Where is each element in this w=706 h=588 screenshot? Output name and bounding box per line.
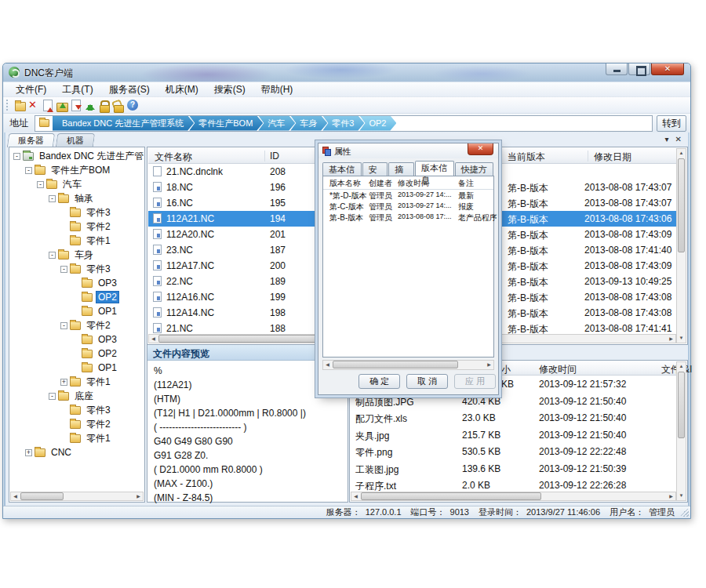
tree-item[interactable]: CNC bbox=[10, 445, 144, 459]
tree-item[interactable]: OP2 bbox=[10, 347, 144, 361]
tree-item[interactable]: 零件2 bbox=[10, 318, 144, 332]
checkin-folder-icon[interactable] bbox=[55, 99, 69, 112]
scrollbar-thumb[interactable] bbox=[333, 361, 458, 368]
attachment-row[interactable]: 子程序.txt 2.0 KB 2013-09-12 22:26:28 bbox=[351, 477, 676, 492]
menu-item[interactable]: 文件(F) bbox=[8, 82, 54, 97]
dialog-horizontal-scrollbar[interactable]: ◀ ▶ bbox=[322, 360, 494, 370]
tree-item[interactable]: OP3 bbox=[10, 276, 144, 290]
breadcrumb-segment[interactable]: 零件3 bbox=[322, 116, 364, 131]
tree-item[interactable]: 零件2 bbox=[10, 220, 144, 234]
dialog-tab[interactable]: 快捷方式 bbox=[455, 162, 494, 176]
expand-toggle-icon[interactable] bbox=[49, 393, 56, 400]
dialog-button[interactable]: 取 消 bbox=[406, 374, 448, 389]
send-to-machine-icon[interactable] bbox=[83, 99, 97, 112]
tree-item[interactable]: 零件1 bbox=[10, 431, 144, 445]
tree-item[interactable]: 零件生产BOM bbox=[10, 163, 144, 177]
lock-icon[interactable] bbox=[97, 99, 111, 112]
scroll-right-icon[interactable]: ▶ bbox=[667, 335, 675, 343]
column-modify-time[interactable]: 修改时间 bbox=[539, 363, 577, 376]
tree-item[interactable]: 底座 bbox=[10, 389, 144, 403]
column-creator[interactable]: 创建者 bbox=[369, 178, 392, 189]
download-file-icon[interactable] bbox=[69, 99, 83, 112]
breadcrumb-segment[interactable]: OP2 bbox=[359, 116, 396, 131]
attachment-row[interactable]: 工装图.jpg 139.6 KB 2013-09-12 21:50:39 bbox=[351, 460, 676, 477]
go-button[interactable]: 转到 bbox=[657, 115, 686, 132]
column-version-name[interactable]: 版本名称 bbox=[329, 178, 361, 189]
tree-item[interactable]: 车身 bbox=[10, 248, 144, 262]
expand-toggle-icon[interactable] bbox=[49, 195, 56, 202]
tree-item[interactable]: 零件1 bbox=[10, 234, 144, 248]
breadcrumb-segment[interactable]: 车身 bbox=[290, 116, 327, 131]
tree-item[interactable]: Bandex DNC 先进生产管理系统 bbox=[10, 149, 144, 163]
scroll-right-icon[interactable]: ▶ bbox=[667, 492, 675, 501]
column-current-version[interactable]: 当前版本 bbox=[508, 151, 545, 164]
open-folder-icon[interactable] bbox=[13, 99, 27, 112]
scroll-left-icon[interactable]: ◀ bbox=[11, 492, 20, 501]
maximize-button[interactable] bbox=[628, 64, 650, 75]
tree-item[interactable]: 零件1 bbox=[10, 375, 144, 389]
tree-item[interactable]: 零件3 bbox=[10, 262, 144, 276]
version-row[interactable]: *第-D-版本 管理员 2013-09-27 14:... 最新 bbox=[323, 190, 493, 201]
scrollbar-thumb[interactable] bbox=[20, 492, 64, 500]
expand-toggle-icon[interactable] bbox=[25, 449, 32, 456]
dialog-button[interactable]: 确 定 bbox=[358, 374, 400, 389]
close-button[interactable] bbox=[651, 64, 684, 75]
version-row[interactable]: 第-C-版本 管理员 2013-09-27 14:... 报废 bbox=[323, 201, 493, 212]
tree-item[interactable]: OP2 bbox=[10, 290, 144, 304]
breadcrumb-segment[interactable]: 零件生产BOM bbox=[189, 116, 263, 131]
tree-item[interactable]: OP1 bbox=[10, 361, 144, 375]
scroll-down-icon[interactable]: ▼ bbox=[677, 334, 686, 343]
panel-close-icon[interactable]: ✕ bbox=[675, 134, 682, 145]
attachment-horizontal-scrollbar[interactable]: ◀ ▶ bbox=[351, 492, 676, 501]
panel-tab[interactable]: 服务器 bbox=[7, 133, 56, 147]
tree-item[interactable]: 零件3 bbox=[10, 205, 144, 220]
unlock-icon[interactable] bbox=[111, 99, 126, 112]
expand-toggle-icon[interactable] bbox=[60, 322, 67, 329]
dialog-button[interactable]: 应 用 bbox=[454, 374, 496, 389]
expand-toggle-icon[interactable] bbox=[60, 379, 67, 386]
scrollbar-thumb[interactable] bbox=[361, 492, 541, 500]
scroll-right-icon[interactable]: ▶ bbox=[134, 492, 143, 501]
scrollbar-thumb[interactable] bbox=[678, 372, 685, 438]
delete-icon[interactable] bbox=[27, 99, 41, 112]
attachment-vertical-scrollbar[interactable]: ▲ ▼ bbox=[676, 361, 686, 501]
panel-tab[interactable]: 机器 bbox=[56, 133, 96, 147]
dialog-close-button[interactable] bbox=[468, 143, 493, 155]
menu-item[interactable]: 搜索(S) bbox=[206, 82, 253, 97]
version-table-header[interactable]: 版本名称 创建者 修改时间 备注 bbox=[323, 176, 493, 190]
breadcrumb-segment[interactable]: 汽车 bbox=[258, 116, 295, 131]
tree-item[interactable]: 汽车 bbox=[10, 177, 144, 191]
expand-toggle-icon[interactable] bbox=[37, 181, 44, 188]
scroll-up-icon[interactable]: ▲ bbox=[677, 149, 686, 158]
column-modify-date[interactable]: 修改日期 bbox=[594, 151, 631, 164]
tree-item[interactable]: OP1 bbox=[10, 304, 144, 318]
column-file-name[interactable]: 文件名称 bbox=[155, 151, 192, 164]
version-row[interactable]: 第-B-版本 管理员 2013-08-08 17:... 老产品程序 bbox=[323, 212, 493, 223]
scrollbar-thumb[interactable] bbox=[678, 158, 685, 252]
menu-item[interactable]: 机床(M) bbox=[158, 82, 206, 97]
scroll-up-icon[interactable]: ▲ bbox=[677, 362, 686, 371]
menu-item[interactable]: 工具(T) bbox=[54, 82, 100, 97]
scroll-right-icon[interactable]: ▶ bbox=[485, 361, 493, 369]
tree-item[interactable]: OP3 bbox=[10, 332, 144, 347]
scroll-left-icon[interactable]: ◀ bbox=[149, 335, 158, 343]
expand-toggle-icon[interactable] bbox=[49, 252, 56, 259]
dialog-title-bar[interactable]: 属性 bbox=[318, 143, 498, 158]
tree-item[interactable]: 零件3 bbox=[10, 403, 144, 417]
breadcrumb-segment[interactable]: Bandex DNC 先进生产管理系统 bbox=[53, 116, 194, 131]
column-id[interactable]: ID bbox=[270, 151, 279, 162]
menu-item[interactable]: 服务器(S) bbox=[101, 82, 158, 97]
dialog-tab[interactable]: 版本信息 bbox=[415, 161, 454, 176]
list-vertical-scrollbar[interactable]: ▲ ▼ bbox=[676, 148, 686, 343]
expand-toggle-icon[interactable] bbox=[25, 167, 32, 174]
scroll-left-icon[interactable]: ◀ bbox=[323, 361, 332, 369]
title-bar[interactable]: DNC客户端 bbox=[3, 64, 690, 82]
menu-item[interactable]: 帮助(H) bbox=[253, 82, 301, 97]
dialog-tab[interactable]: 安全 bbox=[362, 162, 388, 176]
scroll-down-icon[interactable]: ▼ bbox=[677, 492, 686, 500]
tree-item[interactable]: 零件2 bbox=[10, 417, 144, 431]
expand-toggle-icon[interactable] bbox=[60, 266, 67, 273]
help-icon[interactable] bbox=[126, 99, 140, 112]
tree-horizontal-scrollbar[interactable]: ◀ ▶ bbox=[10, 492, 144, 501]
resize-grip-icon[interactable] bbox=[681, 509, 689, 517]
